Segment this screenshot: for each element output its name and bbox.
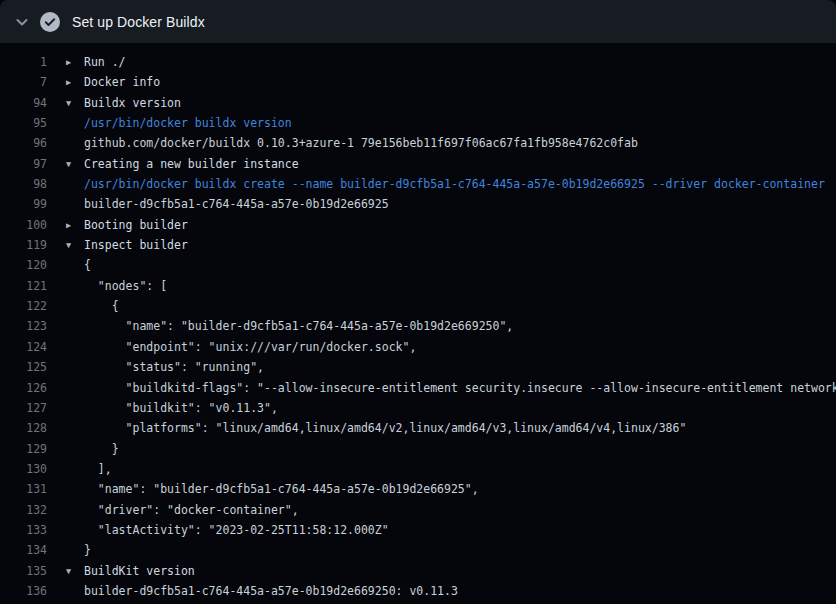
line-text: "endpoint": "unix:///var/run/docker.sock… <box>84 337 836 357</box>
indent-spacer <box>66 439 84 459</box>
line-text: Buildx version <box>84 93 836 113</box>
log-line: 123 "name": "builder-d9cfb5a1-c764-445a-… <box>0 316 836 336</box>
line-text: Inspect builder <box>84 235 836 255</box>
indent-spacer <box>66 194 84 214</box>
line-number[interactable]: 127 <box>0 398 47 418</box>
log-line: 125 "status": "running", <box>0 357 836 377</box>
indent-spacer <box>66 357 84 377</box>
line-text: builder-d9cfb5a1-c764-445a-a57e-0b19d2e6… <box>84 194 836 214</box>
line-number[interactable]: 126 <box>0 378 47 398</box>
line-text: BuildKit version <box>84 561 836 581</box>
indent-spacer <box>66 540 84 560</box>
indent-spacer <box>66 255 84 275</box>
group-toggle-icon: ▼ <box>66 561 84 581</box>
group-toggle-icon: ▶ <box>66 52 84 72</box>
log-line: 127 "buildkit": "v0.11.3", <box>0 398 836 418</box>
line-text: /usr/bin/docker buildx create --name bui… <box>84 174 836 194</box>
line-number[interactable]: 136 <box>0 581 47 601</box>
indent-spacer <box>66 276 84 296</box>
log-line[interactable]: 7 ▶ Docker info <box>0 72 836 92</box>
line-text: github.com/docker/buildx 0.10.3+azure-1 … <box>84 133 836 153</box>
line-number[interactable]: 131 <box>0 479 47 499</box>
log-line[interactable]: 100 ▶ Booting builder <box>0 215 836 235</box>
line-number[interactable]: 97 <box>0 154 47 174</box>
step-title: Set up Docker Buildx <box>72 14 205 30</box>
line-number[interactable]: 134 <box>0 540 47 560</box>
line-text: } <box>84 540 836 560</box>
indent-spacer <box>66 459 84 479</box>
line-text: Booting builder <box>84 215 836 235</box>
log-line: 122 { <box>0 296 836 316</box>
line-text: "driver": "docker-container", <box>84 500 836 520</box>
line-number[interactable]: 1 <box>0 52 47 72</box>
line-text: "buildkit": "v0.11.3", <box>84 398 836 418</box>
line-number[interactable]: 99 <box>0 194 47 214</box>
indent-spacer <box>66 500 84 520</box>
log-line: 132 "driver": "docker-container", <box>0 500 836 520</box>
indent-spacer <box>66 418 84 438</box>
log-line[interactable]: 119 ▼ Inspect builder <box>0 235 836 255</box>
log-line[interactable]: 1 ▶ Run ./ <box>0 52 836 72</box>
indent-spacer <box>66 316 84 336</box>
line-number[interactable]: 95 <box>0 113 47 133</box>
line-text: ], <box>84 459 836 479</box>
line-number[interactable]: 128 <box>0 418 47 438</box>
step-header[interactable]: Set up Docker Buildx <box>0 0 836 43</box>
line-text: Run ./ <box>84 52 836 72</box>
indent-spacer <box>66 296 84 316</box>
line-number[interactable]: 121 <box>0 276 47 296</box>
line-number[interactable]: 130 <box>0 459 47 479</box>
log-line: 130 ], <box>0 459 836 479</box>
line-text: Docker info <box>84 72 836 92</box>
line-number[interactable]: 96 <box>0 133 47 153</box>
line-number[interactable]: 100 <box>0 215 47 235</box>
line-number[interactable]: 129 <box>0 439 47 459</box>
indent-spacer <box>66 398 84 418</box>
line-number[interactable]: 7 <box>0 72 47 92</box>
line-number[interactable]: 123 <box>0 316 47 336</box>
check-circle-icon <box>40 12 60 32</box>
line-number[interactable]: 122 <box>0 296 47 316</box>
line-text: } <box>84 439 836 459</box>
line-number[interactable]: 132 <box>0 500 47 520</box>
line-text: "status": "running", <box>84 357 836 377</box>
line-number[interactable]: 135 <box>0 561 47 581</box>
line-text: builder-d9cfb5a1-c764-445a-a57e-0b19d2e6… <box>84 581 836 601</box>
line-number[interactable]: 119 <box>0 235 47 255</box>
chevron-down-icon[interactable] <box>14 14 30 30</box>
line-text: "platforms": "linux/amd64,linux/amd64/v2… <box>84 418 836 438</box>
log-line: 124 "endpoint": "unix:///var/run/docker.… <box>0 337 836 357</box>
log-line: 126 "buildkitd-flags": "--allow-insecure… <box>0 378 836 398</box>
group-toggle-icon: ▼ <box>66 154 84 174</box>
line-number[interactable]: 124 <box>0 337 47 357</box>
group-toggle-icon: ▶ <box>66 72 84 92</box>
group-toggle-icon: ▼ <box>66 93 84 113</box>
line-number[interactable]: 94 <box>0 93 47 113</box>
line-text: /usr/bin/docker buildx version <box>84 113 836 133</box>
log-line: 98 /usr/bin/docker buildx create --name … <box>0 174 836 194</box>
line-text: { <box>84 255 836 275</box>
line-text: "name": "builder-d9cfb5a1-c764-445a-a57e… <box>84 316 836 336</box>
line-number[interactable]: 98 <box>0 174 47 194</box>
log-line: 134 } <box>0 540 836 560</box>
line-number[interactable]: 120 <box>0 255 47 275</box>
line-text: "lastActivity": "2023-02-25T11:58:12.000… <box>84 520 836 540</box>
indent-spacer <box>66 133 84 153</box>
line-number[interactable]: 133 <box>0 520 47 540</box>
indent-spacer <box>66 581 84 601</box>
log-line: 121 "nodes": [ <box>0 276 836 296</box>
indent-spacer <box>66 337 84 357</box>
indent-spacer <box>66 113 84 133</box>
log-line[interactable]: 97 ▼ Creating a new builder instance <box>0 154 836 174</box>
log-line: 128 "platforms": "linux/amd64,linux/amd6… <box>0 418 836 438</box>
log-line: 129 } <box>0 439 836 459</box>
line-text: "nodes": [ <box>84 276 836 296</box>
log-line[interactable]: 94 ▼ Buildx version <box>0 93 836 113</box>
log-line: 133 "lastActivity": "2023-02-25T11:58:12… <box>0 520 836 540</box>
indent-spacer <box>66 520 84 540</box>
log-line[interactable]: 135 ▼ BuildKit version <box>0 561 836 581</box>
actions-log-viewer: Set up Docker Buildx 1 ▶ Run ./ 7 ▶ Dock… <box>0 0 836 601</box>
line-number[interactable]: 125 <box>0 357 47 377</box>
log-line: 120 { <box>0 255 836 275</box>
log-line: 96 github.com/docker/buildx 0.10.3+azure… <box>0 133 836 153</box>
